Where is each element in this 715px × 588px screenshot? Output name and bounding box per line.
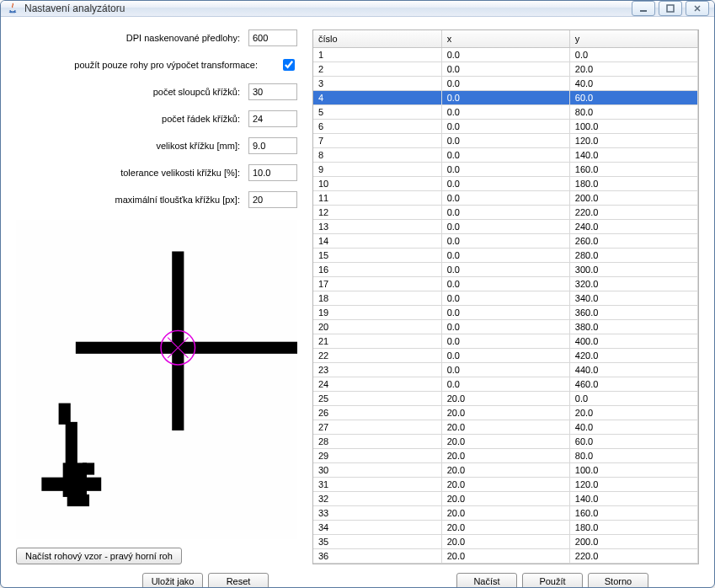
- table-row[interactable]: 130.0240.0: [313, 219, 698, 233]
- cols-input[interactable]: [248, 83, 297, 100]
- table-row[interactable]: 3020.0100.0: [313, 462, 698, 477]
- load-button[interactable]: Načíst: [456, 573, 517, 589]
- table-row[interactable]: 3220.0140.0: [313, 491, 698, 505]
- table-row[interactable]: 3620.0220.0: [313, 548, 698, 563]
- cell-index: 3: [313, 76, 441, 90]
- apply-button[interactable]: Použít: [522, 573, 583, 589]
- cell-y: 80.0: [569, 448, 697, 462]
- reset-button[interactable]: Reset: [208, 573, 269, 589]
- table-row[interactable]: 20.020.0: [313, 61, 698, 76]
- cell-index: 35: [313, 534, 441, 548]
- save-as-button[interactable]: Uložit jako: [142, 573, 203, 589]
- cell-y: 40.0: [569, 76, 697, 90]
- svg-rect-5: [59, 404, 71, 425]
- load-corner-button[interactable]: Načíst rohový vzor - pravý horní roh: [16, 548, 182, 564]
- cell-x: 20.0: [441, 477, 569, 491]
- table-row[interactable]: 50.080.0: [313, 104, 698, 119]
- table-row[interactable]: 2920.080.0: [313, 448, 698, 462]
- table-row[interactable]: 40.060.0: [313, 90, 698, 104]
- cell-y: 180.0: [569, 176, 697, 190]
- rows-row: počet řádek křížků:: [16, 110, 297, 127]
- table-row[interactable]: 2520.00.0: [313, 391, 698, 405]
- cell-x: 0.0: [441, 305, 569, 319]
- cell-y: 60.0: [569, 434, 697, 448]
- cell-index: 4: [313, 90, 441, 104]
- cell-x: 0.0: [441, 377, 569, 391]
- cell-x: 20.0: [441, 520, 569, 534]
- cell-x: 20.0: [441, 405, 569, 420]
- table-row[interactable]: 3320.0160.0: [313, 505, 698, 520]
- cross-size-label: velikost křížku [mm]:: [16, 141, 248, 151]
- table-row[interactable]: 10.00.0: [313, 47, 698, 61]
- cell-x: 0.0: [441, 176, 569, 190]
- maximize-button[interactable]: [659, 1, 682, 16]
- cell-y: 360.0: [569, 305, 697, 319]
- size-tolerance-row: tolerance velikosti křížku [%]:: [16, 164, 297, 181]
- table-row[interactable]: 100.0180.0: [313, 176, 698, 190]
- cell-index: 28: [313, 434, 441, 448]
- cell-x: 0.0: [441, 276, 569, 291]
- table-row[interactable]: 60.0100.0: [313, 119, 698, 133]
- table-row[interactable]: 110.0200.0: [313, 190, 698, 205]
- col-index[interactable]: číslo: [313, 30, 441, 47]
- max-thickness-input[interactable]: [248, 191, 297, 208]
- col-x[interactable]: x: [441, 30, 569, 47]
- table-row[interactable]: 230.0440.0: [313, 362, 698, 377]
- cell-index: 16: [313, 262, 441, 276]
- cell-x: 20.0: [441, 548, 569, 563]
- table-row[interactable]: 90.0160.0: [313, 162, 698, 176]
- main-area: DPI naskenované předlohy: použít pouze r…: [16, 29, 699, 564]
- table-row[interactable]: 2820.060.0: [313, 434, 698, 448]
- coords-table-scroll[interactable]: číslo x y 10.00.020.020.030.040.040.060.…: [313, 30, 698, 564]
- size-tolerance-input[interactable]: [248, 164, 297, 181]
- cell-y: 20.0: [569, 405, 697, 420]
- table-row[interactable]: 210.0400.0: [313, 334, 698, 348]
- cell-index: 13: [313, 219, 441, 233]
- cell-index: 23: [313, 362, 441, 377]
- table-row[interactable]: 70.0120.0: [313, 133, 698, 147]
- table-row[interactable]: 3520.0200.0: [313, 534, 698, 548]
- cell-x: 0.0: [441, 362, 569, 377]
- cell-y: 320.0: [569, 276, 697, 291]
- table-row[interactable]: 240.0460.0: [313, 377, 698, 391]
- cell-y: 100.0: [569, 119, 697, 133]
- cross-size-input[interactable]: [248, 137, 297, 154]
- corners-only-checkbox[interactable]: [283, 59, 295, 71]
- rows-input[interactable]: [248, 110, 297, 127]
- table-row[interactable]: 200.0380.0: [313, 319, 698, 334]
- dpi-input[interactable]: [248, 29, 297, 46]
- cell-index: 6: [313, 119, 441, 133]
- table-row[interactable]: 120.0220.0: [313, 205, 698, 219]
- right-panel: číslo x y 10.00.020.020.030.040.040.060.…: [312, 29, 699, 564]
- max-thickness-label: maximální tloušťka křížku [px]:: [16, 195, 248, 205]
- col-y[interactable]: y: [569, 30, 697, 47]
- table-row[interactable]: 220.0420.0: [313, 348, 698, 362]
- table-row[interactable]: 30.040.0: [313, 76, 698, 90]
- cell-index: 17: [313, 276, 441, 291]
- table-row[interactable]: 180.0340.0: [313, 291, 698, 305]
- table-row[interactable]: 190.0360.0: [313, 305, 698, 319]
- table-row[interactable]: 2620.020.0: [313, 405, 698, 420]
- cell-x: 0.0: [441, 205, 569, 219]
- table-row[interactable]: 150.0280.0: [313, 248, 698, 262]
- table-row[interactable]: 80.0140.0: [313, 147, 698, 162]
- cell-index: 15: [313, 248, 441, 262]
- close-button[interactable]: [686, 1, 709, 16]
- cell-y: 0.0: [569, 47, 697, 61]
- cell-y: 240.0: [569, 219, 697, 233]
- minimize-button[interactable]: [632, 1, 655, 16]
- cell-y: 140.0: [569, 491, 697, 505]
- cancel-button[interactable]: Storno: [588, 573, 648, 589]
- table-row[interactable]: 3420.0180.0: [313, 520, 698, 534]
- table-row[interactable]: 3120.0120.0: [313, 477, 698, 491]
- table-row[interactable]: 170.0320.0: [313, 276, 698, 291]
- table-row[interactable]: 2720.040.0: [313, 420, 698, 434]
- table-row[interactable]: 160.0300.0: [313, 262, 698, 276]
- svg-rect-8: [41, 478, 101, 491]
- table-row[interactable]: 140.0260.0: [313, 233, 698, 248]
- cell-y: 380.0: [569, 319, 697, 334]
- cell-index: 25: [313, 391, 441, 405]
- java-icon: [6, 2, 19, 15]
- cell-index: 31: [313, 477, 441, 491]
- cell-y: 60.0: [569, 90, 697, 104]
